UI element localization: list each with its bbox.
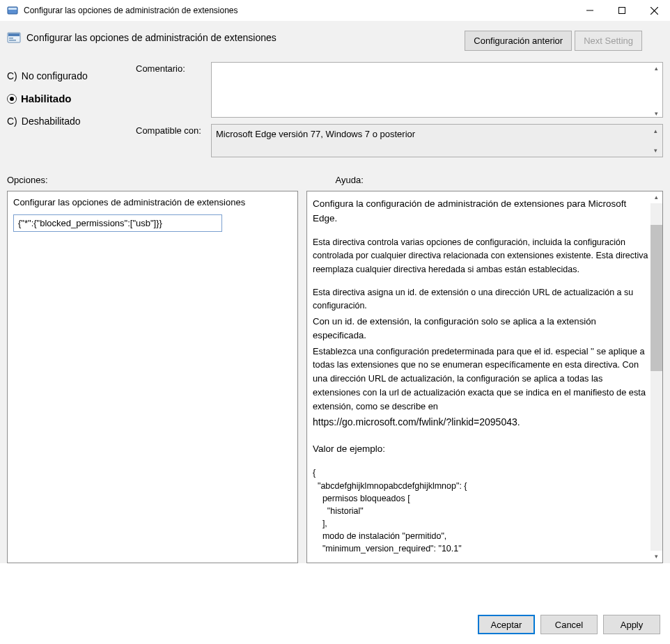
help-text: Configura la configuración de administra… xyxy=(313,197,650,557)
window-title: Configurar las opciones de administració… xyxy=(24,6,574,15)
next-setting-button[interactable]: Next Setting xyxy=(575,31,642,51)
comment-scrollbar[interactable]: ▴ ▾ xyxy=(650,63,662,119)
supported-value: Microsoft Edge versión 77, Windows 7 o p… xyxy=(216,129,415,139)
comment-textarea[interactable] xyxy=(211,62,663,118)
scroll-down-icon: ▾ xyxy=(650,145,662,156)
policy-dialog: Configurar las opciones de administració… xyxy=(0,0,670,644)
help-panel: Configura la configuración de administra… xyxy=(306,191,663,563)
minimize-button[interactable] xyxy=(574,0,606,21)
app-icon xyxy=(7,5,18,16)
scrollbar-thumb[interactable] xyxy=(650,225,662,371)
svg-rect-8 xyxy=(9,38,13,39)
help-link: https://go.microsoft.com/fwlink/?linkid=… xyxy=(313,415,650,430)
help-p3b: Con un id. de extensión, la configuració… xyxy=(313,315,650,343)
titlebar: Configurar las opciones de administració… xyxy=(0,0,670,21)
supported-label: Compatible con: xyxy=(136,124,205,136)
header-left: Configurar las opciones de administració… xyxy=(7,31,458,45)
policy-icon xyxy=(7,31,21,45)
header-title: Configurar las opciones de administració… xyxy=(26,32,276,43)
svg-rect-3 xyxy=(619,8,625,14)
scroll-up-icon: ▴ xyxy=(650,63,662,74)
svg-rect-9 xyxy=(9,40,16,41)
option-value-input[interactable] xyxy=(13,214,222,232)
radio-prefix: C) xyxy=(7,116,17,127)
svg-line-5 xyxy=(650,7,658,15)
radio-label: Habilitado xyxy=(21,93,72,104)
scroll-down-icon: ▾ xyxy=(650,108,662,119)
help-p1: Configura la configuración de administra… xyxy=(313,197,650,226)
radio-not-configured[interactable]: C) No configurado xyxy=(7,65,129,87)
supported-box: Microsoft Edge versión 77, Windows 7 o p… xyxy=(211,124,663,157)
comment-label: Comentario: xyxy=(136,62,205,74)
radio-enabled[interactable]: Habilitado xyxy=(7,87,129,110)
help-scrollbar[interactable]: ▴ ▾ xyxy=(650,191,662,563)
scroll-up-icon: ▴ xyxy=(650,191,662,203)
scroll-down-icon: ▾ xyxy=(650,551,662,563)
section-labels: Opciones: Ayuda: xyxy=(7,175,663,185)
state-radios: C) No configurado Habilitado C) Deshabil… xyxy=(7,62,129,157)
previous-setting-button[interactable]: Configuración anterior xyxy=(465,31,572,51)
radio-icon-selected xyxy=(7,94,17,104)
scroll-up-icon: ▴ xyxy=(650,125,662,136)
help-p2: Esta directiva controla varias opciones … xyxy=(313,236,650,276)
radio-disabled[interactable]: C) Deshabilitado xyxy=(7,110,129,132)
header-row: Configurar las opciones de administració… xyxy=(0,21,670,56)
radio-label: Deshabilitado xyxy=(22,116,81,127)
help-section-label: Ayuda: xyxy=(336,175,364,185)
svg-rect-7 xyxy=(8,33,20,36)
options-panel: Configurar las opciones de administració… xyxy=(7,191,298,563)
ok-button[interactable]: Aceptar xyxy=(478,615,535,634)
option-field-label: Configurar las opciones de administració… xyxy=(13,197,292,207)
maximize-button[interactable] xyxy=(606,0,638,21)
window-buttons xyxy=(574,0,670,21)
apply-button[interactable]: Apply xyxy=(603,615,660,634)
header-buttons: Configuración anterior Next Setting xyxy=(465,31,642,51)
help-p3a: Esta directiva asigna un id. de extensió… xyxy=(313,286,650,313)
svg-line-4 xyxy=(650,7,658,15)
help-example-code: { "abcdefghijklmnopabcdefghijklmnop": { … xyxy=(313,466,650,557)
help-p3c: Establezca una configuración predetermin… xyxy=(313,346,646,411)
options-section-label: Opciones: xyxy=(7,175,329,185)
svg-rect-1 xyxy=(8,8,17,10)
footer-buttons: Aceptar Cancel Apply xyxy=(478,615,660,634)
close-button[interactable] xyxy=(638,0,670,21)
columns: Configurar las opciones de administració… xyxy=(7,191,663,563)
comment-row: Comentario: ▴ ▾ xyxy=(136,62,663,120)
supported-row: Compatible con: Microsoft Edge versión 7… xyxy=(136,124,663,157)
top-row: C) No configurado Habilitado C) Deshabil… xyxy=(7,62,663,157)
help-example-label: Valor de ejemplo: xyxy=(313,442,650,457)
radio-label: No configurado xyxy=(22,70,88,81)
body-area: C) No configurado Habilitado C) Deshabil… xyxy=(0,56,670,563)
right-fields: Comentario: ▴ ▾ Compatible con: Microsof… xyxy=(136,62,663,157)
supported-scrollbar[interactable]: ▴ ▾ xyxy=(650,125,662,156)
cancel-button[interactable]: Cancel xyxy=(540,615,598,634)
radio-prefix: C) xyxy=(7,70,17,81)
